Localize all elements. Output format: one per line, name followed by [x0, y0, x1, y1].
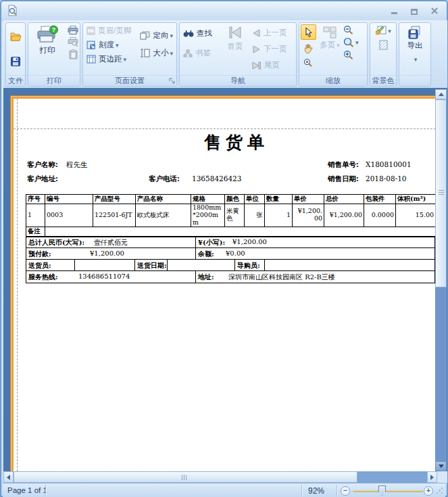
group-label-navigation: 导航 [180, 75, 296, 86]
floppy-icon [11, 57, 20, 66]
customer-phone-label: 客户电话: [149, 174, 180, 184]
col-header: 体积(m³) [396, 195, 436, 204]
summary-table: 总计人民币(大写): 壹仟贰佰元 ¥(小写): ¥1,200.00 预付款: ¥… [26, 236, 435, 283]
fill-color-button[interactable] [375, 26, 391, 36]
hand-tool-button[interactable] [301, 41, 315, 55]
zoom-in-icon [343, 50, 353, 60]
export-button[interactable]: 导出 [407, 24, 423, 64]
col-header: 产品型号 [93, 195, 136, 204]
group-label-export [399, 75, 430, 86]
statusbar-separator [45, 485, 46, 496]
group-label-file: 文件 [6, 75, 25, 86]
group-label-page-setup: 页面设置 [83, 75, 176, 86]
prepaid-label: 预付款: [28, 250, 51, 259]
ribbon-toolbar: 文件 ? 打印 [3, 20, 447, 88]
vertical-scrollbar[interactable] [435, 89, 447, 471]
find-button[interactable]: 查找 [181, 27, 220, 40]
hotline-value: 134686511074 [78, 273, 130, 280]
header-footer-button: 页眉/页脚 [84, 24, 136, 37]
document-page[interactable]: 售货单 客户名称: 程先生 销售单号: X180810001 客户地址: 客户电… [11, 96, 435, 471]
group-label-print: 打印 [28, 75, 80, 86]
close-button[interactable] [429, 6, 440, 15]
page-size-icon [140, 49, 150, 57]
svg-text:?: ? [52, 26, 56, 33]
thumb-grip-icon [439, 190, 444, 195]
zoom-in-button[interactable] [343, 50, 359, 60]
scroll-up-button[interactable] [435, 89, 447, 99]
size-button[interactable]: 大小 [138, 47, 175, 60]
save-button[interactable] [9, 55, 22, 68]
ribbon-group-page-setup: 页眉/页脚 刻度 页边距 定向 [82, 22, 177, 87]
scroll-left-button[interactable] [3, 471, 14, 483]
left-margin-guide [17, 99, 18, 471]
scroll-right-button[interactable] [427, 471, 437, 483]
ribbon-group-navigation: 查找 书签 首页 上一页 [179, 22, 297, 87]
items-header-row: 序号 编号 产品型号 产品名称 规格 颜色 单位 数量 单价 总价 包装件 体积… [26, 195, 436, 204]
bookmark-icon [183, 49, 193, 57]
cell-qty: 1 [265, 204, 293, 227]
export-dropdown-arrow[interactable] [413, 52, 418, 64]
col-header: 总价 [324, 195, 364, 204]
ribbon-group-zoom: 多页 缩放 [299, 22, 368, 87]
col-header: 颜色 [225, 195, 245, 204]
header-footer-icon [86, 26, 95, 35]
orientation-button[interactable]: 定向 [138, 29, 175, 42]
copies-button[interactable] [69, 49, 78, 60]
print-button[interactable]: ? 打印 [30, 24, 65, 55]
maximize-button[interactable] [409, 6, 420, 15]
scrollbar-corner [437, 471, 447, 483]
open-button[interactable] [8, 30, 24, 43]
watermark-button[interactable] [379, 40, 388, 50]
quick-print-button[interactable] [68, 26, 78, 34]
scale-icon [86, 41, 96, 49]
summary-total-row: 总计人民币(大写): 壹仟贰佰元 ¥(小写): ¥1,200.00 [26, 237, 434, 248]
first-page-icon [228, 26, 243, 39]
close-icon [430, 7, 439, 15]
zoom-slider-track[interactable] [353, 490, 423, 492]
page-setup-dialog-launcher[interactable] [169, 78, 175, 84]
next-page-icon [252, 45, 261, 53]
cell-seq: 1 [26, 204, 45, 227]
zoom-level-button[interactable] [343, 37, 359, 47]
vertical-scroll-thumb[interactable] [435, 99, 447, 287]
minimize-button[interactable] [389, 6, 399, 15]
cell-spec: 1800mm*2000mm [191, 204, 225, 227]
binoculars-icon [183, 30, 194, 37]
deliverer-label: 送货员: [28, 261, 51, 270]
print-dialog-button[interactable] [68, 37, 78, 47]
scroll-down-button[interactable] [435, 461, 447, 471]
col-header: 单位 [245, 195, 265, 204]
cell-packages: 0.0000 [364, 204, 396, 227]
next-page-button: 下一页 [250, 43, 289, 55]
customer-name-label: 客户名称: [27, 160, 58, 170]
zoom-slider-thumb[interactable] [378, 486, 386, 496]
zoom-region-button[interactable] [301, 57, 315, 68]
order-date-label: 销售日期: [328, 174, 359, 184]
cell-name: 欧式板式床 [136, 204, 191, 227]
zoom-out-button[interactable] [343, 25, 359, 34]
last-page-icon [252, 62, 262, 70]
arrow-down-icon [439, 465, 444, 468]
resize-grip[interactable] [436, 487, 443, 494]
prev-page-button: 上一页 [250, 26, 289, 39]
delivery-date-label: 送货日期: [137, 261, 167, 270]
print-button-label: 打印 [40, 45, 55, 55]
summary-prepaid-row: 预付款: ¥1,200.00 余额: ¥0.00 [26, 248, 434, 260]
multipage-button: 多页 [318, 24, 341, 50]
horizontal-scrollbar[interactable] [3, 471, 437, 483]
horizontal-scroll-thumb[interactable] [14, 471, 357, 483]
summary-hotline-row: 服务热线: 134686511074 地址: 深圳市南山区科技园南区 R2-B三… [26, 271, 434, 283]
orientation-icon [140, 31, 150, 40]
margins-button[interactable]: 页边距 [84, 53, 136, 66]
titlebar[interactable] [1, 1, 447, 21]
cell-unit: 张 [245, 204, 265, 227]
pointer-tool-button[interactable] [301, 24, 316, 40]
cell-unit-price: ¥1,200.00 [293, 204, 324, 227]
export-icon [407, 26, 422, 39]
first-page-button: 首页 [223, 24, 247, 51]
cell-code: 0003 [45, 204, 93, 227]
scale-button[interactable]: 刻度 [84, 39, 136, 51]
ribbon-group-background: 背景色 [370, 22, 397, 87]
zoom-out-slider-button[interactable]: − [341, 486, 350, 496]
zoom-in-slider-button[interactable]: + [424, 486, 433, 496]
